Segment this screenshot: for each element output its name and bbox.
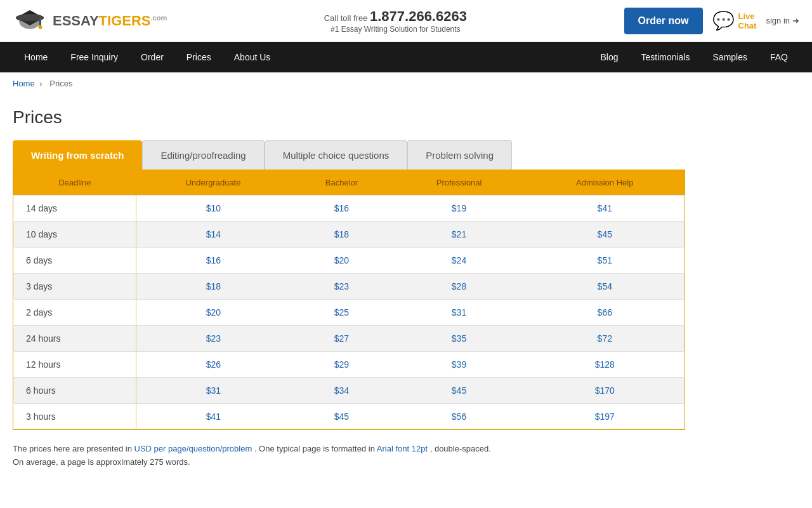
cell-professional: $35 [393,326,525,352]
cell-bachelor: $45 [290,404,393,430]
tagline: #1 Essay Writing Solution for Students [167,25,624,34]
nav-prices[interactable]: Prices [175,42,223,72]
tab-multiple-choice[interactable]: Multiple choice questions [265,140,408,170]
table-row: 6 days $16 $20 $24 $51 [13,248,685,274]
nav-blog[interactable]: Blog [589,42,629,72]
table-row: 14 days $10 $16 $19 $41 [13,196,685,222]
site-header: ESSAYTIGERS.com Call toll free 1.877.266… [0,0,812,42]
cell-deadline: 14 days [13,196,136,222]
table-row: 2 days $20 $25 $31 $66 [13,300,685,326]
chat-icon: 💬 [712,10,735,31]
cell-undergraduate: $41 [136,404,291,430]
col-bachelor: Bachelor [290,170,393,196]
cell-professional: $56 [393,404,525,430]
nav-order[interactable]: Order [129,42,175,72]
cell-deadline: 3 days [13,274,136,300]
price-tabs: Writing from scratch Editing/proofreadin… [13,140,685,170]
breadcrumb-home[interactable]: Home [13,79,35,88]
table-row: 6 hours $31 $34 $45 $170 [13,378,685,404]
cell-deadline: 2 days [13,300,136,326]
cell-bachelor: $23 [290,274,393,300]
cell-bachelor: $20 [290,248,393,274]
cell-admission: $128 [525,352,685,378]
cell-admission: $51 [525,248,685,274]
cell-undergraduate: $10 [136,196,291,222]
note-highlight1: USD per page/question/problem [134,444,252,453]
table-header-row: Deadline Undergraduate Bachelor Professi… [13,170,685,196]
main-nav: Home Free Inquiry Order Prices About Us … [0,42,812,72]
phone-number: 1.877.266.6263 [370,8,467,24]
cell-deadline: 12 hours [13,352,136,378]
cell-bachelor: $18 [290,222,393,248]
table-row: 12 hours $26 $29 $39 $128 [13,352,685,378]
col-undergraduate: Undergraduate [136,170,291,196]
tab-problem-solving[interactable]: Problem solving [407,140,512,170]
phone-label: Call toll free [324,13,368,23]
cell-undergraduate: $20 [136,300,291,326]
logo-icon [13,6,48,35]
nav-samples[interactable]: Samples [702,42,759,72]
price-table: Deadline Undergraduate Bachelor Professi… [13,170,685,430]
sign-in-button[interactable]: sign in ➜ [766,16,799,25]
cell-professional: $21 [393,222,525,248]
cell-admission: $66 [525,300,685,326]
cell-bachelor: $16 [290,196,393,222]
tab-editing-proofreading[interactable]: Editing/proofreading [142,140,264,170]
cell-admission: $41 [525,196,685,222]
table-row: 24 hours $23 $27 $35 $72 [13,326,685,352]
header-phone-area: Call toll free 1.877.266.6263 #1 Essay W… [167,8,624,34]
page-title: Prices [13,107,685,128]
cell-undergraduate: $14 [136,222,291,248]
cell-admission: $54 [525,274,685,300]
note-text1: The prices here are presented in [13,444,132,453]
table-header: Deadline Undergraduate Bachelor Professi… [13,170,685,196]
cell-undergraduate: $31 [136,378,291,404]
nav-about-us[interactable]: About Us [223,42,282,72]
nav-testimonials[interactable]: Testimonials [629,42,701,72]
logo[interactable]: ESSAYTIGERS.com [13,6,167,35]
cell-deadline: 24 hours [13,326,136,352]
cell-professional: $31 [393,300,525,326]
col-deadline: Deadline [13,170,136,196]
table-row: 3 hours $41 $45 $56 $197 [13,404,685,430]
cell-admission: $72 [525,326,685,352]
cell-deadline: 10 days [13,222,136,248]
header-actions: Order now 💬 LiveChat sign in ➜ [624,8,799,34]
cell-bachelor: $34 [290,378,393,404]
table-row: 10 days $14 $18 $21 $45 [13,222,685,248]
note-text2: . One typical page is formatted in [254,444,375,453]
breadcrumb-separator: › [39,79,42,88]
cell-admission: $45 [525,222,685,248]
phone-display: Call toll free 1.877.266.6263 [167,8,624,25]
cell-professional: $24 [393,248,525,274]
col-professional: Professional [393,170,525,196]
nav-faq[interactable]: FAQ [759,42,799,72]
table-row: 3 days $18 $23 $28 $54 [13,274,685,300]
tab-writing-from-scratch[interactable]: Writing from scratch [13,140,142,170]
nav-home[interactable]: Home [13,42,59,72]
cell-undergraduate: $18 [136,274,291,300]
note-text4: On average, a page is approximately 275 … [13,457,190,467]
live-chat-button[interactable]: 💬 LiveChat [712,10,757,31]
cell-professional: $45 [393,378,525,404]
cell-bachelor: $29 [290,352,393,378]
cell-bachelor: $25 [290,300,393,326]
cell-undergraduate: $16 [136,248,291,274]
sign-in-arrow-icon: ➜ [792,16,799,25]
cell-deadline: 6 days [13,248,136,274]
col-admission: Admission Help [525,170,685,196]
breadcrumb-current: Prices [49,79,72,88]
cell-admission: $170 [525,378,685,404]
nav-free-inquiry[interactable]: Free Inquiry [59,42,129,72]
main-content: Prices Writing from scratch Editing/proo… [0,95,698,495]
cell-professional: $19 [393,196,525,222]
svg-point-4 [39,25,43,29]
cell-professional: $39 [393,352,525,378]
cell-undergraduate: $23 [136,326,291,352]
cell-bachelor: $27 [290,326,393,352]
cell-undergraduate: $26 [136,352,291,378]
order-now-button[interactable]: Order now [624,8,703,34]
note-highlight2[interactable]: Arial font 12pt [377,444,428,453]
cell-deadline: 6 hours [13,378,136,404]
live-chat-label: LiveChat [738,11,757,30]
